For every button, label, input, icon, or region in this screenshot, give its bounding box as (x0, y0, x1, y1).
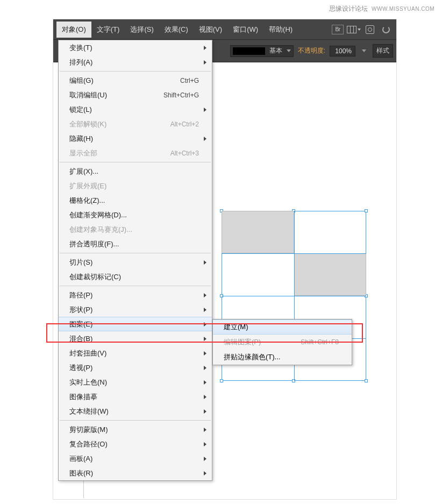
submenu-item: 编辑图案(P)Shift+Ctrl+F8 (213, 335, 352, 350)
menu-item: 扩展外观(E) (59, 179, 212, 193)
menu-item[interactable]: 形状(P) (59, 302, 212, 317)
menu-item[interactable]: 图案(E) (59, 317, 212, 331)
menu-separator (60, 286, 211, 286)
menu-item[interactable]: 封套扭曲(V) (59, 346, 212, 360)
menu-item[interactable]: 拼合透明度(F)... (59, 237, 212, 251)
menu-view[interactable]: 视图(V) (194, 22, 227, 38)
menu-item[interactable]: 透视(P) (59, 360, 212, 375)
watermark: 思缘设计论坛 WWW.MISSYUAN.COM (329, 4, 434, 13)
stroke-style-dropdown[interactable]: 基本 (230, 45, 294, 57)
menu-item[interactable]: 文本绕排(W) (59, 404, 212, 418)
menu-item[interactable]: 实时上色(N) (59, 375, 212, 389)
sel-handle[interactable] (365, 379, 368, 382)
menu-item[interactable]: 图表(R) (59, 466, 212, 480)
menu-item[interactable]: 创建裁切标记(C) (59, 269, 212, 284)
menu-object[interactable]: 对象(O) (56, 22, 91, 38)
menu-effect[interactable]: 效果(C) (159, 22, 194, 38)
opacity-label: 不透明度: (298, 46, 325, 55)
menu-item[interactable]: 切片(S) (59, 255, 212, 269)
menu-item[interactable]: 混合(B) (59, 331, 212, 346)
menu-item: 显示全部Alt+Ctrl+3 (59, 146, 212, 160)
menubar: 对象(O) 文字(T) 选择(S) 效果(C) 视图(V) 窗口(W) 帮助(H… (53, 19, 396, 40)
submenu-item[interactable]: 拼贴边缘颜色(T)... (213, 350, 352, 365)
menu-separator (60, 420, 211, 421)
menu-separator (60, 71, 211, 72)
menu-help[interactable]: 帮助(H) (263, 22, 298, 38)
sel-handle[interactable] (292, 379, 295, 382)
menu-item: 创建对象马赛克(J)... (59, 222, 212, 237)
menu-separator (60, 162, 211, 162)
menu-item[interactable]: 画板(A) (59, 451, 212, 466)
menu-item[interactable]: 栅格化(Z)... (59, 193, 212, 208)
menu-item[interactable]: 隐藏(H) (59, 131, 212, 146)
menu-item[interactable]: 变换(T) (59, 40, 212, 55)
menu-separator (60, 253, 211, 253)
opacity-input[interactable]: 100% (330, 46, 355, 56)
menu-item[interactable]: 排列(A) (59, 55, 212, 69)
menu-item: 全部解锁(K)Alt+Ctrl+2 (59, 117, 212, 131)
menu-text[interactable]: 文字(T) (91, 22, 125, 38)
sync-icon[interactable] (379, 23, 393, 37)
menu-item[interactable]: 创建渐变网格(D)... (59, 208, 212, 222)
object-dropdown: 变换(T)排列(A)编组(G)Ctrl+G取消编组(U)Shift+Ctrl+G… (58, 40, 212, 481)
menu-item[interactable]: 路径(P) (59, 288, 212, 302)
menu-item[interactable]: 取消编组(U)Shift+Ctrl+G (59, 88, 212, 102)
app-frame: 对象(O) 文字(T) 选择(S) 效果(C) 视图(V) 窗口(W) 帮助(H… (53, 19, 397, 500)
menu-item[interactable]: 扩展(X)... (59, 164, 212, 179)
sel-handle[interactable] (365, 209, 368, 212)
menu-item[interactable]: 剪切蒙版(M) (59, 422, 212, 437)
menu-select[interactable]: 选择(S) (125, 22, 159, 38)
style-button[interactable]: 样式 (373, 44, 393, 58)
arrange-docs-icon[interactable] (347, 23, 361, 37)
menu-item[interactable]: 复合路径(O) (59, 437, 212, 451)
menu-item[interactable]: 图像描摹 (59, 389, 212, 404)
submenu-item[interactable]: 建立(M) (213, 320, 352, 335)
bridge-icon[interactable]: Br (331, 23, 345, 37)
menu-item[interactable]: 锁定(L) (59, 102, 212, 117)
grid-cell (222, 211, 294, 253)
sel-handle[interactable] (220, 379, 223, 382)
doc-search-icon[interactable] (363, 23, 377, 37)
menu-window[interactable]: 窗口(W) (227, 22, 263, 38)
pattern-submenu: 建立(M)编辑图案(P)Shift+Ctrl+F8拼贴边缘颜色(T)... (212, 319, 352, 365)
menu-item[interactable]: 编组(G)Ctrl+G (59, 73, 212, 88)
opacity-dropdown-icon[interactable] (362, 49, 366, 52)
grid-cell (294, 253, 366, 296)
